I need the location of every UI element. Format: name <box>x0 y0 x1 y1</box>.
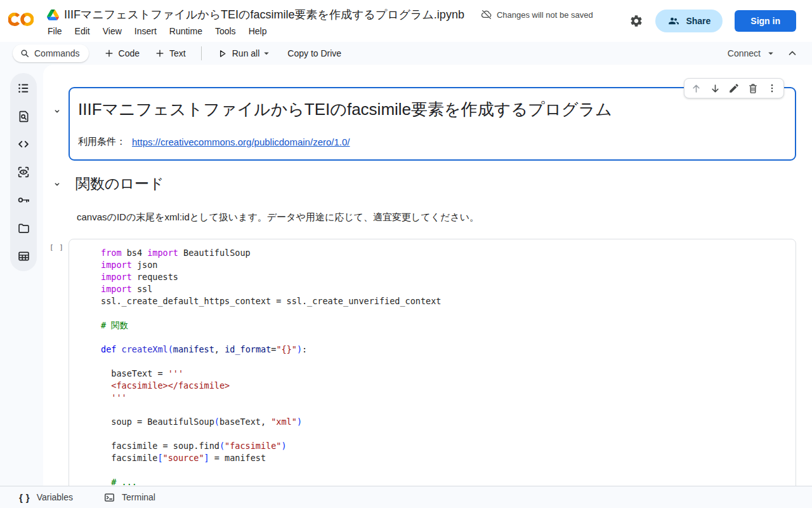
sidebar-secrets-button[interactable] <box>16 192 31 208</box>
collapse-section-button[interactable] <box>51 178 63 190</box>
code-line[interactable]: <facsimile></facsimile> <box>101 380 788 392</box>
code-line[interactable] <box>101 356 788 368</box>
share-label: Share <box>686 16 710 26</box>
code-line[interactable]: facsimile = soup.find("facsimile") <box>101 440 788 452</box>
notebook-toolbar: Commands Code Text Run all Copy to Drive… <box>0 42 812 65</box>
code-line[interactable]: ssl._create_default_https_context = ssl.… <box>101 295 788 307</box>
menu-tools[interactable]: Tools <box>209 25 242 37</box>
code-line[interactable] <box>101 464 788 476</box>
share-button[interactable]: Share <box>655 10 723 32</box>
add-text-button[interactable]: Text <box>155 48 186 58</box>
cloud-off-icon <box>481 9 492 20</box>
toolbar-divider <box>201 46 202 60</box>
code-line[interactable]: facsimile["source"] = manifest <box>101 452 788 464</box>
menu-file[interactable]: File <box>44 25 69 37</box>
code-line[interactable]: import json <box>101 259 788 271</box>
code-lines[interactable]: from bs4 import BeautifulSoupimport json… <box>101 247 788 486</box>
sidebar-data-table-button[interactable] <box>16 248 31 264</box>
save-notice-text: Changes will not be saved <box>497 10 593 20</box>
code-line[interactable] <box>101 307 788 319</box>
more-vert-icon <box>766 83 778 94</box>
code-line[interactable] <box>101 428 788 440</box>
markdown-cell-intro[interactable]: IIIFマニフェストファイルからTEIのfacsimile要素を作成するプログラ… <box>69 87 796 161</box>
code-cell[interactable]: [ ] from bs4 import BeautifulSoupimport … <box>69 239 796 486</box>
pencil-icon <box>728 83 740 94</box>
trash-icon <box>747 83 759 94</box>
plus-icon <box>155 48 165 58</box>
people-icon <box>667 15 680 27</box>
code-brackets-icon <box>16 137 30 151</box>
code-line[interactable]: import ssl <box>101 283 788 295</box>
gear-icon <box>629 14 643 28</box>
copy-to-drive-button[interactable]: Copy to Drive <box>287 48 341 58</box>
code-line[interactable] <box>101 331 788 344</box>
notebook-canvas: IIIFマニフェストファイルからTEIのfacsimile要素を作成するプログラ… <box>43 65 812 486</box>
variables-panel-button[interactable]: { } Variables <box>19 492 73 503</box>
caret-down-icon <box>765 48 776 59</box>
notebook-title[interactable]: IIIFマニフェストファイルからTEIのfacsimile要素を作成するプログラ… <box>64 7 464 22</box>
connect-label: Connect <box>728 48 761 58</box>
cell-toolbar <box>684 78 784 98</box>
save-notice: Changes will not be saved <box>481 9 593 20</box>
delete-cell-button[interactable] <box>743 79 763 98</box>
code-line[interactable]: from bs4 import BeautifulSoup <box>101 247 788 259</box>
settings-button[interactable] <box>629 14 643 28</box>
menu-insert[interactable]: Insert <box>128 25 163 37</box>
chevron-down-icon <box>52 106 62 116</box>
commands-button[interactable]: Commands <box>13 44 89 62</box>
menu-help[interactable]: Help <box>242 25 273 37</box>
move-cell-down-button[interactable] <box>705 79 724 98</box>
code-line[interactable]: baseText = ''' <box>101 368 788 380</box>
add-code-label: Code <box>119 48 140 58</box>
add-code-button[interactable]: Code <box>104 48 140 58</box>
search-icon <box>20 48 30 58</box>
code-line[interactable]: # 関数 <box>101 319 788 331</box>
execution-indicator[interactable]: [ ] <box>49 243 64 251</box>
colab-logo-icon[interactable] <box>8 11 34 28</box>
connect-button[interactable]: Connect <box>728 48 776 59</box>
commands-label: Commands <box>34 48 80 58</box>
move-cell-up-button[interactable] <box>686 79 705 98</box>
chevron-down-icon <box>52 179 62 189</box>
run-all-dropdown-button[interactable] <box>261 48 272 59</box>
table-of-contents-icon <box>16 81 30 95</box>
license-label: 利用条件： <box>78 136 126 148</box>
menu-view[interactable]: View <box>96 25 128 37</box>
main-area: IIIFマニフェストファイルからTEIのfacsimile要素を作成するプログラ… <box>0 65 812 486</box>
collapse-header-button[interactable] <box>787 48 798 59</box>
table-icon <box>17 250 30 263</box>
run-all-button[interactable]: Run all <box>217 48 260 59</box>
code-line[interactable]: soup = BeautifulSoup(baseText, "xml") <box>101 416 788 428</box>
sign-in-button[interactable]: Sign in <box>735 10 796 32</box>
menu-edit[interactable]: Edit <box>69 25 96 37</box>
section-heading[interactable]: 関数のロード <box>75 174 164 193</box>
code-line[interactable]: import requests <box>101 271 788 283</box>
section-description[interactable]: canvasのIDの末尾をxml:idとして扱います。データや用途に応じて、適宜… <box>77 210 479 224</box>
intro-heading: IIIFマニフェストファイルからTEIのfacsimile要素を作成するプログラ… <box>78 98 783 120</box>
caret-down-icon <box>261 48 272 59</box>
code-line[interactable]: # ... <box>101 476 788 486</box>
drive-icon <box>47 10 59 20</box>
sidebar-code-snippets-button[interactable] <box>16 137 31 152</box>
sidebar-eye-scan-button[interactable] <box>16 164 31 180</box>
key-icon <box>16 193 30 207</box>
collapse-cell-button[interactable] <box>51 105 63 117</box>
chevron-up-icon <box>787 48 798 59</box>
eye-scan-icon <box>16 165 30 179</box>
code-line[interactable] <box>101 404 788 416</box>
code-line[interactable]: ''' <box>101 392 788 404</box>
terminal-label: Terminal <box>122 492 155 502</box>
sidebar-files-button[interactable] <box>16 220 31 236</box>
code-line[interactable]: def createXml(manifest, id_format="{}"): <box>101 344 788 356</box>
license-link[interactable]: https://creativecommons.org/publicdomain… <box>132 137 350 147</box>
menu-runtime[interactable]: Runtime <box>163 25 209 37</box>
edit-cell-button[interactable] <box>724 79 743 98</box>
terminal-panel-button[interactable]: Terminal <box>103 491 155 504</box>
sidebar-table-of-contents-button[interactable] <box>16 81 31 96</box>
app-header: IIIFマニフェストファイルからTEIのfacsimile要素を作成するプログラ… <box>0 0 812 42</box>
sidebar-find-replace-button[interactable] <box>16 109 31 124</box>
menubar: File Edit View Insert Runtime Tools Help <box>44 25 273 37</box>
left-sidebar <box>10 73 37 271</box>
arrow-down-icon <box>709 83 721 95</box>
more-cell-actions-button[interactable] <box>763 79 782 98</box>
